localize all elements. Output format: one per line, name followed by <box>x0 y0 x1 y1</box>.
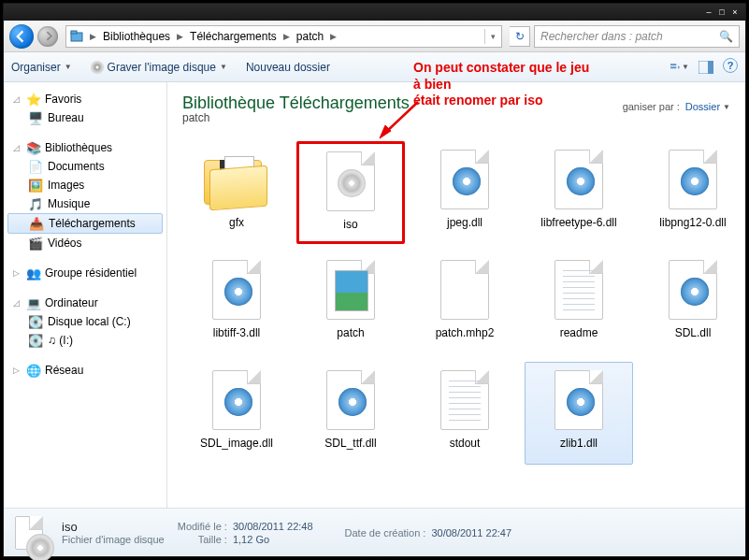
image-icon: 🖼️ <box>28 178 43 193</box>
svg-rect-3 <box>670 66 676 68</box>
file-name: zlib1.dll <box>560 438 598 451</box>
sidebar-network[interactable]: ▷🌐Réseau <box>4 361 166 380</box>
sidebar-item-desktop[interactable]: 🖥️Bureau <box>4 108 166 127</box>
disk-icon: 💽 <box>28 333 43 348</box>
file-item[interactable]: SDL.dll <box>639 251 745 354</box>
file-item[interactable]: patch <box>296 251 405 354</box>
refresh-button[interactable]: ↻ <box>510 26 530 47</box>
file-item[interactable]: stdout <box>411 362 519 465</box>
help-button[interactable]: ? <box>723 58 738 73</box>
sidebar-item-videos[interactable]: 🎬Vidéos <box>4 234 166 252</box>
gear-icon <box>432 146 497 213</box>
file-item[interactable]: gfx <box>182 141 291 244</box>
forward-button[interactable] <box>37 26 58 47</box>
gear-icon <box>660 256 726 323</box>
annotation-text: On peut constater que le jeu à bien étai… <box>413 60 589 109</box>
chevron-icon: ▶ <box>87 32 99 41</box>
file-name: SDL_image.dll <box>200 438 273 451</box>
close-button[interactable]: × <box>730 7 740 17</box>
navigation-bar: ▶ Bibliothèques ▶ Téléchargements ▶ patc… <box>4 21 745 52</box>
file-item[interactable]: patch.mhp2 <box>411 251 519 354</box>
disc-icon <box>91 61 104 74</box>
sidebar-item-downloads[interactable]: 📥Téléchargements <box>7 213 163 234</box>
gear-icon <box>546 146 612 213</box>
svg-rect-2 <box>670 64 676 65</box>
homegroup-icon: 👥 <box>26 266 41 280</box>
chevron-down-icon: ▼ <box>682 63 689 71</box>
text-icon <box>432 366 497 434</box>
sidebar-item-drive-i[interactable]: 💽♫ (I:) <box>4 331 166 350</box>
sidebar-libraries[interactable]: ◿📚Bibliothèques <box>4 138 166 157</box>
file-name: readme <box>560 327 598 340</box>
navigation-pane: ◿⭐Favoris 🖥️Bureau ◿📚Bibliothèques 📄Docu… <box>4 82 167 508</box>
file-item[interactable]: libpng12-0.dll <box>639 141 745 244</box>
file-name: patch.mhp2 <box>436 327 495 340</box>
command-bar: Organiser▼ Graver l'image disque▼ Nouvea… <box>4 52 745 82</box>
details-name: iso <box>62 520 165 534</box>
gear-icon <box>660 146 726 213</box>
preview-pane-button[interactable] <box>697 58 715 77</box>
file-name: patch <box>337 327 364 340</box>
sidebar-favorites[interactable]: ◿⭐Favoris <box>4 90 166 108</box>
library-subtitle: patch <box>182 111 730 124</box>
file-name: gfx <box>229 217 244 230</box>
star-icon: ⭐ <box>26 92 41 107</box>
view-options-button[interactable]: ▼ <box>670 58 689 77</box>
chevron-down-icon: ▼ <box>723 103 730 111</box>
file-item[interactable]: readme <box>525 251 633 354</box>
video-icon: 🎬 <box>28 236 43 251</box>
file-name: libpng12-0.dll <box>659 217 726 230</box>
file-name: libfreetype-6.dll <box>540 217 616 230</box>
details-size-value: 1,12 Go <box>233 534 313 545</box>
burn-image-button[interactable]: Graver l'image disque▼ <box>91 61 227 74</box>
sidebar-item-documents[interactable]: 📄Documents <box>4 157 166 176</box>
breadcrumb-downloads[interactable]: Téléchargements <box>186 30 281 43</box>
minimize-button[interactable]: – <box>704 7 713 17</box>
network-icon: 🌐 <box>26 363 41 378</box>
file-name: SDL.dll <box>675 327 712 340</box>
folder-icon <box>204 146 269 213</box>
breadcrumb-libraries[interactable]: Bibliothèques <box>99 30 174 43</box>
dropdown-icon[interactable]: ▾ <box>484 29 501 44</box>
explorer-window: – □ × ▶ Bibliothèques ▶ Téléchargements … <box>3 3 746 557</box>
file-item[interactable]: libfreetype-6.dll <box>525 141 633 244</box>
search-input[interactable]: Rechercher dans : patch 🔍 <box>534 25 740 48</box>
file-name: iso <box>343 219 357 232</box>
titlebar: – □ × <box>4 4 745 21</box>
music-icon: 🎵 <box>28 196 43 211</box>
expand-icon: ▷ <box>13 366 22 375</box>
sidebar-item-images[interactable]: 🖼️Images <box>4 176 166 194</box>
arrange-by[interactable]: ganiser par : Dossier▼ <box>623 101 730 112</box>
chevron-down-icon: ▼ <box>220 63 227 71</box>
gear-icon <box>318 366 383 434</box>
organize-menu[interactable]: Organiser▼ <box>11 61 72 74</box>
gear-icon <box>546 366 612 434</box>
breadcrumb[interactable]: ▶ Bibliothèques ▶ Téléchargements ▶ patc… <box>65 25 502 48</box>
download-icon: 📥 <box>29 216 44 231</box>
file-item[interactable]: SDL_ttf.dll <box>296 362 405 465</box>
new-folder-button[interactable]: Nouveau dossier <box>246 61 330 74</box>
maximize-button[interactable]: □ <box>717 7 727 17</box>
back-button[interactable] <box>9 24 34 49</box>
details-size-label: Taille : <box>178 534 227 545</box>
file-list-pane: Bibliothèque Téléchargements patch ganis… <box>167 82 745 508</box>
file-item[interactable]: SDL_image.dll <box>182 362 291 465</box>
sidebar-computer[interactable]: ◿💻Ordinateur <box>4 294 166 312</box>
details-thumb <box>15 516 49 550</box>
file-item[interactable]: libtiff-3.dll <box>182 251 291 354</box>
svg-rect-1 <box>71 31 77 34</box>
svg-rect-5 <box>708 61 713 74</box>
file-item[interactable]: jpeg.dll <box>411 141 519 244</box>
details-modified-label: Modifié le : <box>178 521 227 532</box>
sidebar-item-local-disk[interactable]: 💽Disque local (C:) <box>4 312 166 331</box>
search-placeholder: Rechercher dans : patch <box>540 30 663 43</box>
sidebar-item-music[interactable]: 🎵Musique <box>4 194 166 213</box>
breadcrumb-patch[interactable]: patch <box>293 30 327 43</box>
sidebar-homegroup[interactable]: ▷👥Groupe résidentiel <box>4 264 166 282</box>
file-item[interactable]: iso <box>296 141 405 244</box>
text-icon <box>546 256 612 323</box>
desktop-icon: 🖥️ <box>28 110 43 125</box>
file-item[interactable]: zlib1.dll <box>525 362 633 465</box>
chevron-icon: ▶ <box>327 32 339 41</box>
details-type: Fichier d'image disque <box>62 534 165 545</box>
